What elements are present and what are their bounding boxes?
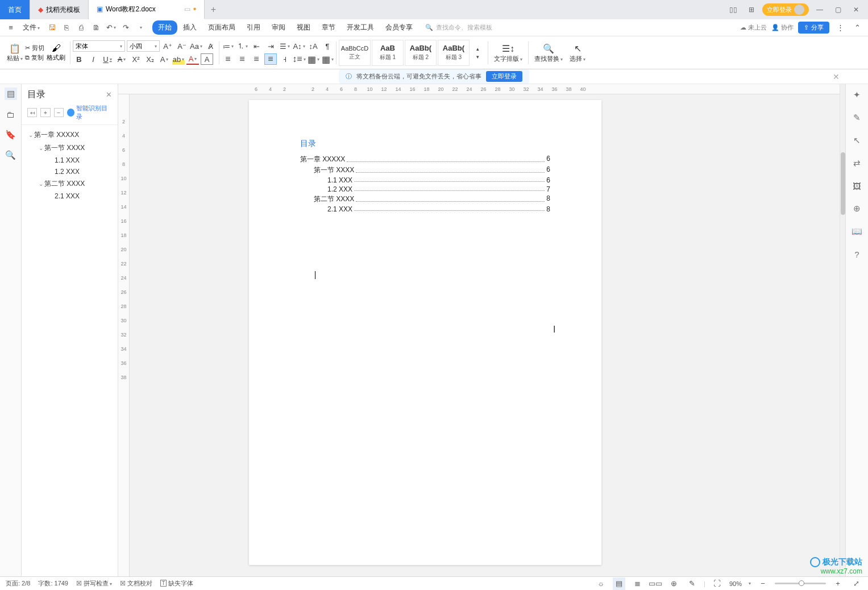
bullets-button[interactable]: ≔▾: [222, 40, 234, 52]
vertical-scrollbar[interactable]: [840, 84, 845, 576]
font-size-select[interactable]: 小四▾: [127, 40, 160, 52]
scroll-thumb[interactable]: [841, 152, 845, 215]
tab-template[interactable]: ◆ 找稻壳模板: [30, 0, 89, 19]
search-panel-icon[interactable]: 🔍: [5, 149, 17, 161]
align-justify-button[interactable]: ≡: [264, 53, 277, 65]
italic-button[interactable]: I: [87, 53, 99, 65]
zoom-slider-thumb[interactable]: [799, 580, 804, 586]
style-scroll-down[interactable]: ▾: [471, 53, 484, 61]
find-replace-button[interactable]: 🔍 查找替换▾: [531, 41, 566, 64]
tab-document-active[interactable]: ▣ Word教程2.docx ▭ •: [89, 0, 205, 19]
change-case-icon[interactable]: Aa▾: [190, 40, 202, 52]
fullscreen-icon[interactable]: ⤢: [850, 577, 862, 590]
toc-collapse[interactable]: −: [54, 108, 64, 117]
minimize-button[interactable]: —: [812, 2, 827, 17]
proofread-button[interactable]: ☒ 文档校对: [120, 579, 152, 588]
command-search[interactable]: 🔍 查找命令、搜索模板: [425, 23, 492, 32]
showmarks-button[interactable]: ¶: [321, 40, 334, 52]
menu-tab-layout[interactable]: 页面布局: [202, 20, 241, 35]
copy-button[interactable]: ⧉复制: [25, 53, 44, 62]
strike-button[interactable]: A▾: [115, 53, 128, 65]
notify-login-button[interactable]: 立即登录: [486, 71, 522, 82]
close-button[interactable]: ✕: [849, 2, 863, 17]
file-menu[interactable]: 文件▾: [19, 23, 43, 32]
help-icon[interactable]: ?: [851, 248, 863, 260]
cloud-status[interactable]: ☁未上云: [740, 23, 767, 32]
superscript-button[interactable]: X²: [130, 53, 142, 65]
target-icon[interactable]: ⊕: [851, 202, 863, 215]
char-border-button[interactable]: A: [201, 53, 213, 65]
clear-format-icon[interactable]: A̷: [204, 40, 217, 52]
distribute-button[interactable]: ⫞: [279, 53, 291, 65]
align-left-button[interactable]: ≡: [222, 53, 234, 65]
document-page[interactable]: 目录 第一章 XXXXX6第一节 XXXX61.1 XXX61.2 XXX7第二…: [249, 100, 601, 565]
style-scroll-up[interactable]: ▴: [471, 45, 484, 53]
missing-fonts-button[interactable]: 🅃 缺失字体: [160, 579, 193, 588]
spellcheck-button[interactable]: ☒ 拼写检查▾: [76, 579, 112, 588]
view-page-icon[interactable]: ▤: [613, 577, 625, 590]
multilevel-button[interactable]: ☰▾: [279, 40, 291, 52]
page-indicator[interactable]: 页面: 2/8: [6, 579, 30, 588]
toc-item[interactable]: ⌄第二节 XXXX: [24, 177, 115, 190]
login-button[interactable]: 立即登录: [762, 3, 809, 16]
zoom-in-button[interactable]: +: [832, 577, 844, 590]
cut-button[interactable]: ✂剪切: [25, 44, 44, 52]
more-icon[interactable]: ⋮: [834, 22, 846, 34]
more-quick-icon[interactable]: ▾: [134, 22, 147, 34]
view-outline-icon[interactable]: ≣: [631, 577, 643, 590]
zoom-out-button[interactable]: −: [757, 577, 769, 590]
menu-tab-review[interactable]: 审阅: [266, 20, 291, 35]
toc-level-up[interactable]: ↤: [27, 108, 37, 117]
borders-button[interactable]: ▦▾: [321, 53, 334, 65]
pen-icon[interactable]: ✎: [851, 111, 863, 124]
toc-expand[interactable]: +: [40, 108, 50, 117]
menu-tab-view[interactable]: 视图: [291, 20, 316, 35]
eyecare-icon[interactable]: ☼: [595, 577, 607, 590]
hamburger-icon[interactable]: ≡: [5, 22, 17, 34]
grid-icon[interactable]: ⊞: [744, 2, 759, 17]
toc-close-button[interactable]: ✕: [106, 90, 112, 99]
format-painter-button[interactable]: 🖌 格式刷: [44, 42, 68, 63]
menu-tab-start[interactable]: 开始: [152, 20, 177, 35]
font-name-select[interactable]: 宋体▾: [73, 40, 125, 52]
toc-item[interactable]: 1.1 XXX: [24, 155, 115, 166]
style-正文[interactable]: AaBbCcD正文: [339, 40, 371, 66]
style-标题 1[interactable]: AaB标题 1: [372, 40, 404, 66]
styles-gallery[interactable]: AaBbCcD正文AaB标题 1AaBb(标题 2AaBb(标题 3: [339, 40, 470, 66]
bold-button[interactable]: B: [73, 53, 85, 65]
tab-add-button[interactable]: +: [205, 0, 222, 19]
redo-icon[interactable]: ↷: [119, 22, 132, 34]
menu-tab-member[interactable]: 会员专享: [380, 20, 418, 35]
toc-item[interactable]: ⌄第一节 XXXX: [24, 142, 115, 155]
collapse-ribbon-icon[interactable]: ⌃: [851, 22, 863, 34]
textdir-button[interactable]: A↕▾: [293, 40, 305, 52]
share-button[interactable]: ⇪分享: [798, 22, 829, 34]
increase-indent-button[interactable]: ⇥: [264, 40, 277, 52]
sort-button[interactable]: ↕A: [307, 40, 319, 52]
highlight-button[interactable]: ab▾: [172, 53, 185, 65]
style-标题 2[interactable]: AaBb(标题 2: [405, 40, 437, 66]
tab-menu-icon[interactable]: ▭: [184, 5, 190, 13]
word-count[interactable]: 字数: 1749: [38, 579, 68, 588]
print-preview-icon[interactable]: 🗎: [90, 22, 102, 34]
doc-toc-entry[interactable]: 2.1 XXX8: [300, 205, 550, 213]
bookmark-icon[interactable]: 🔖: [5, 128, 17, 141]
view-web-icon[interactable]: ⊕: [667, 577, 680, 590]
style-标题 3[interactable]: AaBb(标题 3: [438, 40, 470, 66]
undo-icon[interactable]: ↶▾: [105, 22, 117, 34]
toc-item[interactable]: 1.2 XXX: [24, 166, 115, 177]
toc-item[interactable]: 2.1 XXX: [24, 190, 115, 202]
paste-button[interactable]: 📋 粘贴▾: [5, 41, 25, 64]
files-icon[interactable]: 🗀: [5, 108, 17, 121]
outline-icon[interactable]: ▤: [5, 88, 17, 100]
underline-button[interactable]: U▾: [101, 53, 114, 65]
text-effects-button[interactable]: A▾: [158, 53, 171, 65]
subscript-button[interactable]: X₂: [144, 53, 156, 65]
toc-item[interactable]: ⌄第一章 XXXXX: [24, 128, 115, 142]
menu-tab-insert[interactable]: 插入: [177, 20, 202, 35]
menu-tab-devtools[interactable]: 开发工具: [341, 20, 380, 35]
collab-button[interactable]: 👤协作: [771, 23, 794, 32]
decrease-indent-button[interactable]: ⇤: [250, 40, 263, 52]
print-icon[interactable]: ⎙: [75, 22, 88, 34]
zoom-slider[interactable]: [775, 583, 826, 584]
